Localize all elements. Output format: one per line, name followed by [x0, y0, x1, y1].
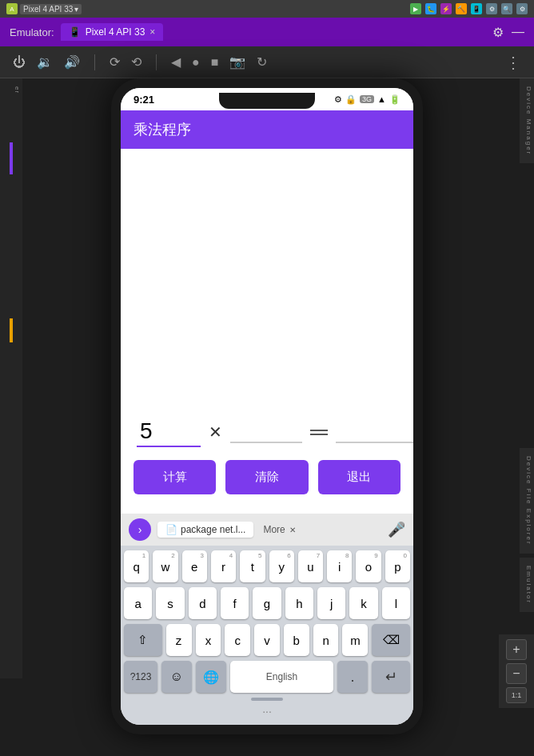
volume-up-icon[interactable]: 🔊 [64, 54, 80, 70]
input-row: ✕ [134, 417, 400, 447]
phone-screen: 9:21 ⚙ 🔒 3G ▲ 🔋 乘法程序 ✕ [121, 88, 413, 725]
main-content: ✕ 计算 清除 退出 [121, 149, 413, 514]
multiply-x-icon: ✕ [209, 422, 222, 442]
key-m[interactable]: m [342, 624, 368, 656]
key-u[interactable]: u7 [298, 550, 323, 582]
key-q[interactable]: q1 [124, 550, 149, 582]
result-input[interactable] [336, 422, 413, 443]
emulator-bar-controls: ⚙ — [492, 25, 524, 40]
key-d[interactable]: d [189, 587, 217, 619]
device-icon[interactable]: 📱 [471, 3, 482, 14]
zoom-in-button[interactable]: + [506, 639, 527, 660]
globe-key[interactable]: 🌐 [196, 661, 226, 693]
key-c[interactable]: c [225, 624, 250, 656]
keyboard: q1 w2 e3 r4 t5 y6 u7 i8 o9 p0 a s d f g … [121, 546, 413, 725]
keyboard-row-4: ?123 ☺ 🌐 English . ↵ [124, 661, 410, 693]
more-text: More [263, 524, 285, 535]
volume-down-icon[interactable]: 🔉 [37, 54, 53, 70]
key-o[interactable]: o9 [356, 550, 381, 582]
screenshot-icon[interactable]: 📷 [229, 54, 245, 70]
second-number-input[interactable] [230, 422, 302, 443]
clear-button[interactable]: 清除 [225, 460, 308, 494]
app-title: 乘法程序 [134, 120, 191, 139]
space-key[interactable]: English [230, 661, 333, 693]
minimize-icon[interactable]: — [512, 25, 524, 39]
coverage-icon[interactable]: ⚡ [440, 3, 452, 14]
android-icon-group: A Pixel 4 API 33 ▾ [6, 3, 82, 14]
keyboard-apps-row: ··· [124, 702, 410, 720]
key-g[interactable]: g [253, 587, 281, 619]
more-options-icon[interactable]: ⋮ [505, 53, 521, 72]
device-selector[interactable]: Pixel 4 API 33 ▾ [20, 4, 82, 14]
key-s[interactable]: s [156, 587, 184, 619]
zoom-ratio-button[interactable]: 1:1 [506, 687, 527, 703]
key-h[interactable]: h [285, 587, 313, 619]
key-p[interactable]: p0 [385, 550, 410, 582]
key-r[interactable]: r4 [211, 550, 236, 582]
key-t[interactable]: t5 [240, 550, 265, 582]
suggest-more-label[interactable]: More ✕ [263, 524, 296, 535]
num-sym-key[interactable]: ?123 [124, 661, 157, 693]
phone-device: 9:21 ⚙ 🔒 3G ▲ 🔋 乘法程序 ✕ [111, 78, 423, 734]
suggest-chip[interactable]: 📄 package net.l... [157, 522, 253, 538]
suggest-expand-icon[interactable]: › [129, 518, 151, 541]
key-w[interactable]: w2 [153, 550, 177, 582]
apps-dots-icon[interactable]: ··· [262, 705, 272, 718]
zoom-out-button[interactable]: − [506, 663, 527, 684]
rotate-left-icon[interactable]: ⟲ [131, 54, 141, 70]
settings-gear-icon[interactable]: ⚙ [492, 25, 504, 40]
key-y[interactable]: y6 [269, 550, 294, 582]
file-explorer-label: Device File Explorer [525, 456, 532, 546]
key-a[interactable]: a [124, 587, 152, 619]
enter-key[interactable]: ↵ [372, 661, 410, 693]
search-icon[interactable]: 🔍 [501, 3, 512, 14]
key-v[interactable]: v [254, 624, 280, 656]
device-controls-bar: ⏻ 🔉 🔊 ⟳ ⟲ ◀ ● ■ 📷 ↻ ⋮ [0, 46, 534, 78]
run-icon[interactable]: ▶ [410, 3, 421, 14]
right-panel-device-manager[interactable]: Device Manager [520, 78, 534, 163]
key-x[interactable]: x [196, 624, 221, 656]
emoji-key[interactable]: ☺ [161, 661, 192, 693]
settings-status-icon: ⚙ [334, 94, 342, 105]
key-i[interactable]: i8 [327, 550, 352, 582]
keyboard-handle[interactable] [124, 694, 410, 702]
right-panel-file-explorer[interactable]: Device File Explorer [520, 448, 534, 554]
recents-icon[interactable]: ■ [211, 55, 219, 70]
period-key[interactable]: . [337, 661, 368, 693]
key-b[interactable]: b [284, 624, 309, 656]
settings-icon[interactable]: ⚙ [486, 3, 497, 14]
close-tab-icon[interactable]: × [149, 26, 155, 38]
action-buttons: 计算 清除 退出 [134, 460, 400, 494]
emulator-label-side: Emulator [525, 566, 532, 604]
keyboard-suggest-bar: › 📄 package net.l... More ✕ 🎤 [121, 514, 413, 546]
mic-icon[interactable]: 🎤 [388, 521, 405, 538]
right-panel-emulator[interactable]: Emulator [520, 558, 534, 612]
backspace-key[interactable]: ⌫ [372, 624, 410, 656]
emulator-tab[interactable]: 📱 Pixel 4 API 33 × [61, 23, 164, 41]
emulator-titlebar: Emulator: 📱 Pixel 4 API 33 × ⚙ — [0, 18, 534, 46]
power-icon[interactable]: ⏻ [13, 55, 26, 70]
rotate-icon[interactable]: ⟳ [110, 54, 120, 70]
location-icon[interactable]: ↻ [257, 54, 267, 70]
android-icon: A [6, 3, 18, 14]
key-l[interactable]: l [382, 587, 410, 619]
key-n[interactable]: n [313, 624, 339, 656]
key-j[interactable]: j [317, 587, 345, 619]
shift-key[interactable]: ⇧ [124, 624, 162, 656]
gear-icon[interactable]: ⚙ [516, 3, 528, 14]
more-close-icon[interactable]: ✕ [289, 526, 296, 534]
exit-button[interactable]: 退出 [318, 460, 400, 494]
equals-line-bottom [310, 434, 328, 435]
debug-icon[interactable]: 🐛 [425, 3, 436, 14]
key-z[interactable]: z [166, 624, 192, 656]
handle-bar [251, 698, 283, 701]
build-icon[interactable]: 🔨 [456, 3, 467, 14]
back-icon[interactable]: ◀ [171, 54, 181, 70]
key-f[interactable]: f [221, 587, 249, 619]
home-icon[interactable]: ● [192, 55, 200, 70]
tab-device-icon: 📱 [69, 26, 81, 38]
key-e[interactable]: e3 [182, 550, 207, 582]
first-number-input[interactable] [137, 417, 201, 447]
calc-button[interactable]: 计算 [134, 460, 216, 494]
key-k[interactable]: k [349, 587, 377, 619]
